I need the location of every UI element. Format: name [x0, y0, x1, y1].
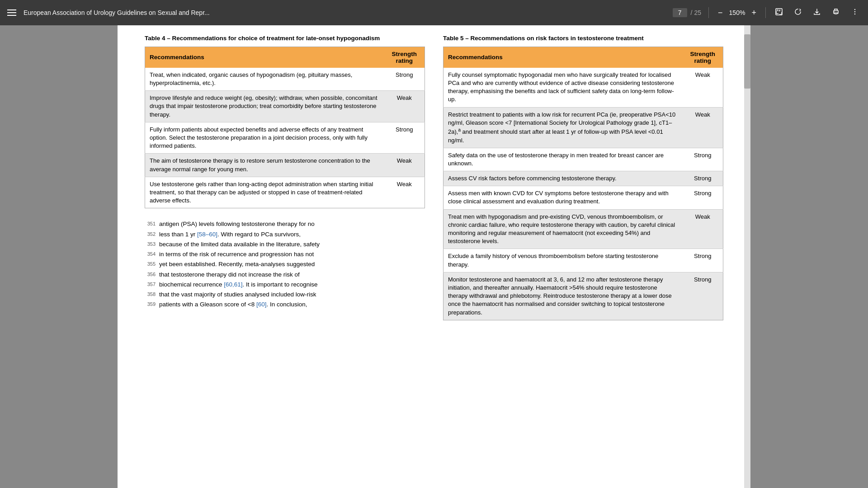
table4-row-text: The aim of testosterone therapy is to re…	[145, 154, 384, 177]
page-input[interactable]	[673, 8, 687, 17]
footnote-area: 351antigen (PSA) levels following testos…	[145, 219, 425, 310]
table4-row-text: Treat, when indicated, organic causes of…	[145, 68, 384, 91]
table4-row-text: Fully inform patients about expected ben…	[145, 122, 384, 154]
fit-page-button[interactable]	[773, 6, 785, 19]
table5-row-text: Fully counsel symptomatic hypogonadal me…	[443, 68, 683, 107]
svg-point-4	[854, 9, 855, 10]
table4-row-text: Use testosterone gels rather than long-a…	[145, 177, 384, 208]
line-row: 355yet been established. Recently, meta-…	[145, 259, 425, 269]
line-row: 357biochemical recurrence [60,61]. It is…	[145, 280, 425, 290]
table5-col2-header: Strengthrating	[683, 47, 723, 68]
svg-point-5	[854, 11, 855, 12]
table5-row-strength: Weak	[683, 68, 723, 107]
reference-link[interactable]: [60]	[256, 301, 267, 308]
table4-row-strength: Strong	[384, 122, 425, 154]
line-row: 354in terms of the risk of recurrence an…	[145, 249, 425, 259]
svg-point-6	[854, 14, 855, 14]
line-number: 352	[145, 230, 159, 239]
scrollbar-thumb[interactable]	[744, 34, 750, 89]
document-title: European Association of Urology Guidelin…	[24, 9, 665, 16]
table5-row-strength: Weak	[683, 209, 723, 249]
table5-row-text: Restrict treatment to patients with a lo…	[443, 107, 683, 148]
line-number: 359	[145, 300, 159, 310]
reference-link[interactable]: [58–60]	[197, 231, 217, 238]
divider-1	[708, 7, 709, 18]
line-row: 358that the vast majority of studies ana…	[145, 290, 425, 300]
toolbar: European Association of Urology Guidelin…	[0, 0, 868, 25]
line-text: that the vast majority of studies analys…	[159, 290, 425, 300]
table4-row-strength: Strong	[384, 68, 425, 91]
table5-row-strength: Strong	[683, 272, 723, 320]
line-row: 351antigen (PSA) levels following testos…	[145, 219, 425, 229]
zoom-level: 150%	[727, 9, 747, 16]
table4-row-text: Improve lifestyle and reduce weight (eg,…	[145, 91, 384, 122]
line-number: 353	[145, 239, 159, 249]
menu-button[interactable]	[7, 9, 16, 16]
svg-point-3	[834, 11, 835, 12]
page-separator: / 25	[691, 9, 701, 16]
table5-row-strength: Strong	[683, 249, 723, 272]
table5-caption: Table 5 – Recommendations on risk factor…	[443, 34, 723, 43]
table4-row-strength: Weak	[384, 91, 425, 122]
download-button[interactable]	[811, 6, 823, 19]
line-row: 359patients with a Gleason score of <8 […	[145, 300, 425, 310]
scrollbar-track[interactable]	[744, 25, 750, 488]
table5-row-text: Exclude a family history of venous throm…	[443, 249, 683, 272]
table5-row-strength: Weak	[683, 107, 723, 148]
left-column: Table 4 – Recommendations for choice of …	[145, 34, 425, 479]
line-row: 356that testosterone therapy did not inc…	[145, 270, 425, 280]
line-text: less than 1 yr [58–60]. With regard to P…	[159, 230, 425, 239]
table4-col2-header: Strengthrating	[384, 47, 425, 68]
content-area: Table 4 – Recommendations for choice of …	[0, 25, 868, 488]
print-button[interactable]	[830, 6, 842, 19]
line-text: because of the limited data available in…	[159, 239, 425, 249]
line-text: that testosterone therapy did not increa…	[159, 270, 425, 280]
page-controls: / 25	[673, 8, 701, 17]
zoom-out-button[interactable]: −	[716, 8, 725, 18]
table5-row-strength: Strong	[683, 148, 723, 171]
table4-row-strength: Weak	[384, 177, 425, 208]
divider-2	[765, 7, 766, 18]
line-text: biochemical recurrence [60,61]. It is im…	[159, 280, 425, 290]
document-page: Table 4 – Recommendations for choice of …	[118, 25, 750, 488]
line-number: 351	[145, 219, 159, 229]
table4-col1-header: Recommendations	[145, 47, 384, 68]
line-text: in terms of the risk of recurrence and p…	[159, 249, 425, 259]
table5-row-text: Assess men with known CVD for CV symptom…	[443, 186, 683, 209]
table5-row-strength: Strong	[683, 186, 723, 209]
zoom-in-button[interactable]: +	[750, 8, 758, 18]
table5-row-strength: Strong	[683, 171, 723, 186]
right-column: Table 5 – Recommendations on risk factor…	[443, 34, 723, 479]
table4-row-strength: Weak	[384, 154, 425, 177]
more-options-button[interactable]	[849, 6, 861, 19]
line-number: 355	[145, 259, 159, 269]
line-row: 353because of the limited data available…	[145, 239, 425, 249]
line-number: 357	[145, 280, 159, 290]
line-number: 354	[145, 249, 159, 259]
table5-row-text: Monitor testosterone and haematocrit at …	[443, 272, 683, 320]
rotate-button[interactable]	[792, 6, 804, 19]
table5-row-text: Safety data on the use of testosterone t…	[443, 148, 683, 171]
table5-row-text: Assess CV risk factors before commencing…	[443, 171, 683, 186]
reference-link[interactable]: [60,61]	[224, 281, 242, 288]
toolbar-icons	[773, 6, 861, 19]
line-number: 358	[145, 290, 159, 300]
table5-row-text: Treat men with hypogonadism and pre-exis…	[443, 209, 683, 249]
line-number: 356	[145, 270, 159, 280]
table4: Recommendations Strengthrating Treat, wh…	[145, 47, 425, 208]
body-text: 351antigen (PSA) levels following testos…	[145, 219, 425, 310]
table4-caption: Table 4 – Recommendations for choice of …	[145, 34, 425, 43]
line-row: 352less than 1 yr [58–60]. With regard t…	[145, 230, 425, 239]
zoom-controls: − 150% +	[716, 8, 758, 18]
line-text: antigen (PSA) levels following testoster…	[159, 219, 425, 229]
table5: Recommendations Strengthrating Fully cou…	[443, 47, 723, 320]
table5-col1-header: Recommendations	[443, 47, 683, 68]
line-text: yet been established. Recently, meta-ana…	[159, 259, 425, 269]
line-text: patients with a Gleason score of <8 [60]…	[159, 300, 425, 310]
